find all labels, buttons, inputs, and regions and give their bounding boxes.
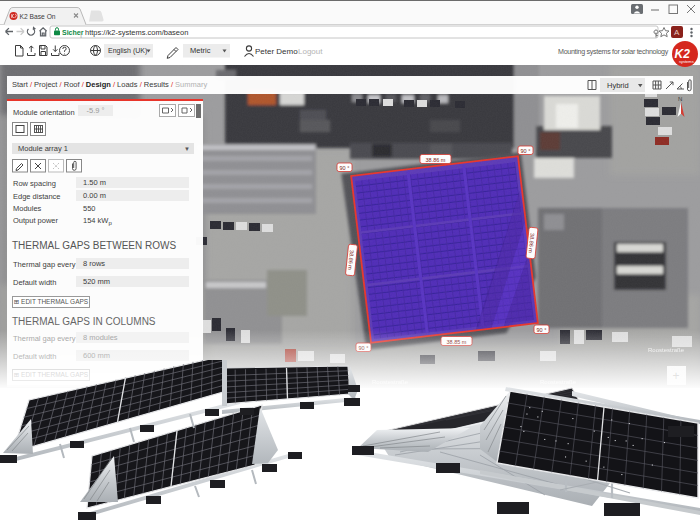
svg-text:K2 Base On: K2 Base On bbox=[20, 13, 56, 20]
svg-text:Peter Demo: Peter Demo bbox=[255, 47, 298, 56]
svg-text:A: A bbox=[674, 28, 680, 37]
svg-text:Hybrid: Hybrid bbox=[607, 81, 629, 90]
svg-text:https://k2-systems.com/baseon: https://k2-systems.com/baseon bbox=[85, 28, 188, 37]
svg-text:English (UK): English (UK) bbox=[108, 47, 147, 55]
svg-text:Metric: Metric bbox=[190, 46, 211, 55]
svg-text:systems: systems bbox=[679, 59, 694, 64]
svg-text:|: | bbox=[80, 29, 82, 38]
svg-text:Logout: Logout bbox=[298, 47, 323, 56]
